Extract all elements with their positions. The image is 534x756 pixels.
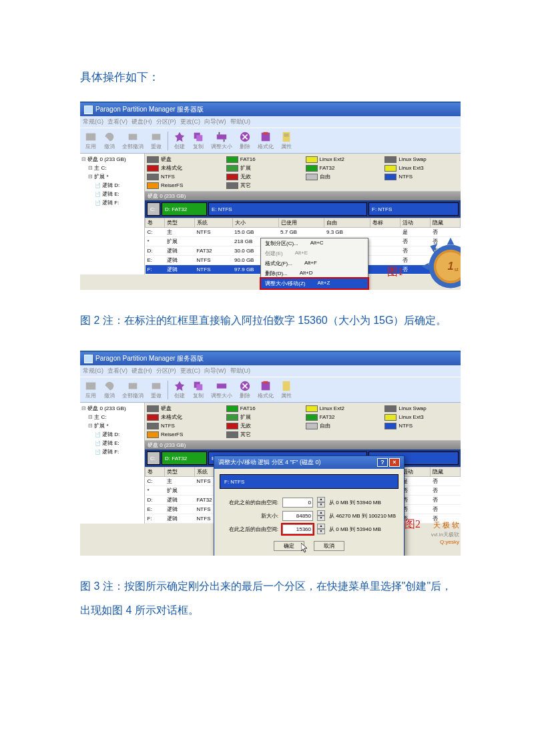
legend-item: 无效 <box>226 422 300 429</box>
table-row[interactable]: C:主NTFS15.0 GB5.7 GB9.3 GB是否 <box>146 228 461 237</box>
tree-e[interactable]: 逻辑 E: <box>81 190 143 198</box>
part-d[interactable]: D: FAT32 <box>162 202 207 216</box>
menu-disk[interactable]: 硬盘(H) <box>131 118 152 126</box>
tree-disk[interactable]: 硬盘 0 (233 GB) <box>81 155 143 164</box>
legend-item: 扩展 <box>226 164 300 172</box>
svg-rect-4 <box>196 136 202 142</box>
context-menu-item[interactable]: 测试表面(T) <box>261 289 368 290</box>
tb-delete[interactable]: 删除 <box>236 130 254 152</box>
svg-rect-18 <box>129 383 138 389</box>
range-label: 从 46270 MB 到 100210 MB <box>329 512 396 520</box>
tb-undo[interactable]: 撤消 <box>100 130 119 152</box>
dialog-partition-bar[interactable]: F: NTFS <box>220 474 398 489</box>
tb-copy[interactable]: 复制 <box>189 379 208 401</box>
legend-item: NTFS <box>384 422 459 429</box>
dialog-titlebar[interactable]: 调整大小/移动 逻辑 分区 4 "F" (磁盘 0) ?× <box>214 456 404 469</box>
tb-create[interactable]: 创建 <box>170 379 189 401</box>
tree-c[interactable]: 主 C: <box>81 164 143 172</box>
tb-format[interactable]: 格式化 <box>254 130 277 152</box>
window-title: Paragon Partition Manager 服务器版 <box>95 105 204 114</box>
svg-rect-25 <box>263 381 268 384</box>
disk-tree[interactable]: 硬盘 0 (233 GB) 主 C: 扩展 * 逻辑 D: 逻辑 E: 逻辑 F… <box>80 154 145 274</box>
tree-f[interactable]: 逻辑 F: <box>81 198 143 207</box>
context-menu-item[interactable]: 格式化(F)...Alt+F <box>261 258 368 268</box>
tb-redo[interactable]: 重做 <box>147 130 166 152</box>
part-c[interactable]: C: <box>147 202 160 216</box>
legend-item: 自由 <box>306 173 380 180</box>
disk-tree[interactable]: 硬盘 0 (233 GB) 主 C: 扩展 * 逻辑 D: 逻辑 E: 逻辑 F… <box>80 403 145 524</box>
dialog-field-row: 在此之前的自由空间:▲▼从 0 MB 到 53940 MB <box>220 497 398 508</box>
legend-item: FAT32 <box>306 164 380 172</box>
tb-create[interactable]: 创建 <box>170 130 189 152</box>
tb-props[interactable]: 属性 <box>277 379 296 401</box>
size-input[interactable] <box>282 511 313 521</box>
part-e[interactable]: E: NTFS <box>208 202 367 216</box>
context-menu-item[interactable]: 复制分区(C)...Alt+C <box>261 238 368 248</box>
spin-buttons[interactable]: ▲▼ <box>317 524 325 534</box>
legend-item: Linux Ext3 <box>384 164 459 172</box>
size-input[interactable] <box>282 524 313 534</box>
menu-change[interactable]: 更改(C) <box>180 118 201 126</box>
spin-buttons[interactable]: ▲▼ <box>317 497 325 508</box>
tree-d[interactable]: 逻辑 D: <box>81 181 143 190</box>
menu-view[interactable]: 查看(V) <box>107 118 127 126</box>
legend-item: ReiserFS <box>147 431 221 438</box>
svg-rect-1 <box>129 134 138 140</box>
heading-text: 具体操作如下： <box>80 67 454 88</box>
screenshot-2: Paragon Partition Manager 服务器版 常规(G)查看(V… <box>80 351 461 556</box>
caption-fig2: 图 2 注：在标注的红框里直接输入阿拉伯数字 15360（大小为 15G）后确定… <box>80 309 454 332</box>
tb-props[interactable]: 属性 <box>277 130 296 152</box>
range-label: 从 0 MB 到 53940 MB <box>329 499 381 506</box>
context-menu-item[interactable]: 调整大小/移动(Z)Alt+Z <box>261 278 368 289</box>
tb-undo-all[interactable]: 全部撤消 <box>119 379 147 401</box>
window-titlebar: Paragon Partition Manager 服务器版 <box>80 352 461 365</box>
cancel-button[interactable]: 取消 <box>314 541 344 551</box>
legend-item: Linux Ext2 <box>306 156 380 163</box>
dialog-help-icon[interactable]: ? <box>377 458 388 467</box>
tb-resize[interactable]: 调整大小 <box>208 379 236 401</box>
dialog-close-icon[interactable]: × <box>389 458 400 467</box>
svg-text:st: st <box>454 266 459 272</box>
menu-help[interactable]: 帮助(U) <box>230 118 251 126</box>
disk-map[interactable]: C: D: FAT32 E: NTFS F: NTFS <box>145 200 461 218</box>
context-menu-item[interactable]: 删除(D)...Alt+D <box>261 268 368 278</box>
svg-rect-22 <box>217 384 226 389</box>
award-badge-icon: 1 st <box>421 236 461 290</box>
legend-item: NTFS <box>147 422 221 429</box>
tb-apply[interactable]: 应用 <box>81 130 100 152</box>
disk-header: 硬盘 0 (233 GB) <box>145 192 461 200</box>
tb-redo[interactable]: 重做 <box>147 379 166 401</box>
spin-buttons[interactable]: ▲▼ <box>317 510 325 521</box>
size-input[interactable] <box>282 498 313 508</box>
svg-rect-26 <box>283 381 290 391</box>
figure-label-1: 图1 <box>387 265 403 279</box>
legend-item: NTFS <box>384 173 459 180</box>
menu-bar[interactable]: 常规(G) 查看(V) 硬盘(H) 分区(P) 更改(C) 向导(W) 帮助(U… <box>80 116 461 128</box>
context-menu[interactable]: 复制分区(C)...Alt+C创建(E)Alt+E格式化(F)...Alt+F删… <box>260 238 368 290</box>
toolbar: 应用 撤消 全部撤消 重做 创建 复制 调整大小 删除 格式化 属性 <box>80 377 461 403</box>
svg-text:1: 1 <box>447 260 453 272</box>
menu-wizard[interactable]: 向导(W) <box>204 118 226 126</box>
watermark-2: vvl.in天极软 <box>431 531 459 538</box>
menu-general[interactable]: 常规(G) <box>83 118 103 126</box>
tb-resize[interactable]: 调整大小 <box>208 130 236 152</box>
watermark-3: Q:yesky <box>440 539 459 545</box>
watermark: 天 极 软 <box>433 520 459 530</box>
tb-format[interactable]: 格式化 <box>254 379 277 401</box>
tb-copy[interactable]: 复制 <box>189 130 208 152</box>
resize-dialog: 调整大小/移动 逻辑 分区 4 "F" (磁盘 0) ?× F: NTFS 在此… <box>214 455 405 556</box>
tb-delete[interactable]: 删除 <box>236 379 254 401</box>
tb-undo[interactable]: 撤消 <box>100 379 119 401</box>
legend-item: FAT16 <box>226 405 300 412</box>
partition-legend: 硬盘FAT16Linux Ext2Linux Swap未格式化扩展FAT32Li… <box>145 154 461 192</box>
menu-bar[interactable]: 常规(G)查看(V)硬盘(H)分区(P)更改(C)向导(W)帮助(U) <box>80 365 461 377</box>
tree-ext[interactable]: 扩展 * <box>81 172 143 181</box>
menu-partition[interactable]: 分区(P) <box>156 118 176 126</box>
tb-apply[interactable]: 应用 <box>81 379 100 401</box>
svg-rect-5 <box>217 135 226 140</box>
tb-undo-all[interactable]: 全部撤消 <box>119 130 147 152</box>
cursor-icon <box>301 543 309 554</box>
part-f[interactable]: F: NTFS <box>368 202 459 216</box>
toolbar: 应用 撤消 全部撤消 重做 创建 复制 调整大小 删除 格式化 属性 <box>80 128 461 154</box>
ok-button[interactable]: 确定 <box>274 541 304 551</box>
